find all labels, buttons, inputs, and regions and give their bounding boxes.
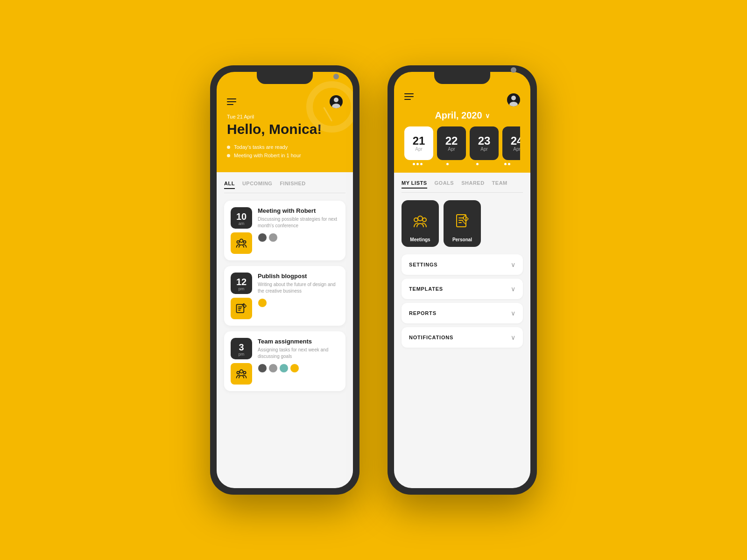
task-card-2[interactable]: 12 pm Publish blogpost Writing about the… [224, 266, 345, 326]
task-avatars-1 [258, 233, 339, 242]
svg-point-11 [418, 216, 423, 221]
avatar-3d [290, 364, 299, 373]
bullet-text-2: Meeting with Robert in 1 hour [234, 153, 301, 158]
task-time-block-1: 10 am [231, 207, 252, 229]
phone-1-inner: Tue 21 April Hello, Monica! Today's task… [217, 72, 353, 488]
task-title-2: Publish blogpost [258, 273, 339, 280]
task-time-num-3: 3 [239, 343, 244, 352]
bullet-dot-2 [227, 154, 230, 157]
hamburger-menu-icon[interactable] [227, 98, 236, 105]
cal-day-24[interactable]: 24 Apr [502, 126, 520, 160]
chevron-settings-icon: ∨ [511, 261, 515, 268]
cat-label-meetings: Meetings [410, 237, 430, 242]
phone-2-notch [434, 72, 490, 84]
task-time-block-2: 12 pm [231, 273, 252, 294]
svg-point-3 [237, 241, 239, 243]
task-time-num-1: 10 [236, 212, 247, 221]
bullet-dot-1 [227, 146, 230, 149]
cal-day-month-21: Apr [415, 147, 423, 152]
cal-day-month-22: Apr [448, 147, 455, 152]
cal-day-month-24: Apr [513, 147, 520, 152]
tab-team[interactable]: TEAM [492, 180, 507, 189]
phone-1: Tue 21 April Hello, Monica! Today's task… [210, 65, 359, 495]
accordion-label-templates: TEMPLATES [409, 286, 443, 292]
svg-point-2 [240, 239, 243, 242]
svg-point-7 [237, 371, 239, 374]
accordion-reports[interactable]: REPORTS ∨ [402, 303, 523, 323]
phone2-profile-icon[interactable] [507, 93, 520, 106]
avatar-3a [258, 364, 267, 373]
task-info-1: Meeting with Robert Discussing possible … [258, 207, 339, 242]
task-time-period-2: pm [239, 287, 245, 291]
chevron-templates-icon: ∨ [511, 285, 515, 293]
calendar-days-row: 21 Apr 22 Apr 23 Apr 24 Apr [404, 121, 520, 162]
task-avatars-3 [258, 364, 339, 373]
accordion-notifications[interactable]: NOTIFICATIONS ∨ [402, 327, 523, 348]
cal-day-num-21: 21 [413, 135, 425, 147]
svg-point-6 [240, 370, 243, 373]
tab-upcoming[interactable]: UPCOMING [242, 181, 273, 189]
accordion-settings[interactable]: SETTINGS ∨ [402, 254, 523, 275]
chevron-reports-icon: ∨ [511, 309, 515, 317]
tab-goals[interactable]: GOALS [435, 180, 454, 189]
cat-label-personal: Personal [452, 237, 472, 242]
task-card-1[interactable]: 10 am Meeti [224, 201, 345, 260]
phone-2: April, 2020 ∨ 21 Apr 22 Apr 23 Apr 24 [388, 65, 537, 495]
dot-21-3 [420, 163, 423, 165]
tab-shared[interactable]: SHARED [461, 180, 484, 189]
phone-2-inner: April, 2020 ∨ 21 Apr 22 Apr 23 Apr 24 [394, 72, 530, 488]
svg-point-8 [243, 371, 246, 374]
task-time-num-2: 12 [236, 277, 247, 287]
task-time-period-1: am [239, 221, 245, 226]
phone2-icons-row [404, 93, 520, 106]
meetings-icon [412, 205, 429, 237]
svg-point-9 [511, 96, 516, 100]
list-tabs: MY LISTS GOALS SHARED TEAM [402, 180, 523, 193]
task-info-2: Publish blogpost Writing about the futur… [258, 273, 339, 308]
task-card-3[interactable]: 3 pm Team a [224, 331, 345, 391]
phone2-header: April, 2020 ∨ 21 Apr 22 Apr 23 Apr 24 [394, 72, 530, 173]
dot-24-1 [504, 163, 507, 165]
task-icon-2 [231, 298, 252, 319]
task-avatars-2 [258, 298, 339, 308]
cat-card-meetings[interactable]: Meetings [402, 200, 439, 247]
task-desc-3: Assigning tasks for next week and discus… [258, 347, 339, 360]
bullet-1: Today's tasks are ready [227, 144, 343, 150]
cat-card-personal[interactable]: Personal [444, 200, 481, 247]
cal-day-num-22: 22 [445, 135, 458, 147]
dot-23-1 [476, 163, 479, 165]
svg-point-13 [423, 218, 426, 222]
dot-indicators-row [404, 162, 520, 165]
avatar-3c [279, 364, 289, 373]
tab-finished[interactable]: FINISHED [280, 181, 305, 189]
cal-day-23[interactable]: 23 Apr [470, 126, 499, 160]
accordion-templates[interactable]: TEMPLATES ∨ [402, 279, 523, 299]
bullet-text-1: Today's tasks are ready [234, 144, 288, 150]
svg-point-10 [509, 102, 518, 106]
task-title-3: Team assignments [258, 338, 339, 345]
phone2-hamburger-icon[interactable] [404, 93, 414, 106]
chevron-notifications-icon: ∨ [511, 334, 515, 341]
category-grid: Meetings Personal [402, 200, 523, 247]
task-tabs: ALL UPCOMING FINISHED [224, 181, 345, 193]
svg-point-4 [243, 241, 246, 243]
accordion-label-notifications: NOTIFICATIONS [409, 335, 453, 340]
month-chevron-icon[interactable]: ∨ [485, 112, 490, 119]
dot-22-1 [446, 163, 449, 165]
bullet-2: Meeting with Robert in 1 hour [227, 153, 343, 158]
task-desc-1: Discussing possible strategies for next … [258, 216, 339, 229]
cal-day-num-23: 23 [478, 135, 491, 147]
tab-my-lists[interactable]: MY LISTS [402, 180, 427, 189]
cal-day-22[interactable]: 22 Apr [437, 126, 466, 160]
accordion-label-settings: SETTINGS [409, 262, 437, 267]
clock-watermark [306, 81, 353, 133]
task-title-1: Meeting with Robert [258, 207, 339, 214]
task-time-block-3: 3 pm [231, 338, 252, 359]
task-icon-1 [231, 232, 252, 254]
tab-all[interactable]: ALL [224, 181, 235, 189]
cal-day-21[interactable]: 21 Apr [404, 126, 433, 160]
avatar-2a [258, 298, 267, 308]
task-icon-3 [231, 363, 252, 385]
phone-notch [257, 72, 313, 84]
phone2-content: MY LISTS GOALS SHARED TEAM [394, 173, 530, 488]
